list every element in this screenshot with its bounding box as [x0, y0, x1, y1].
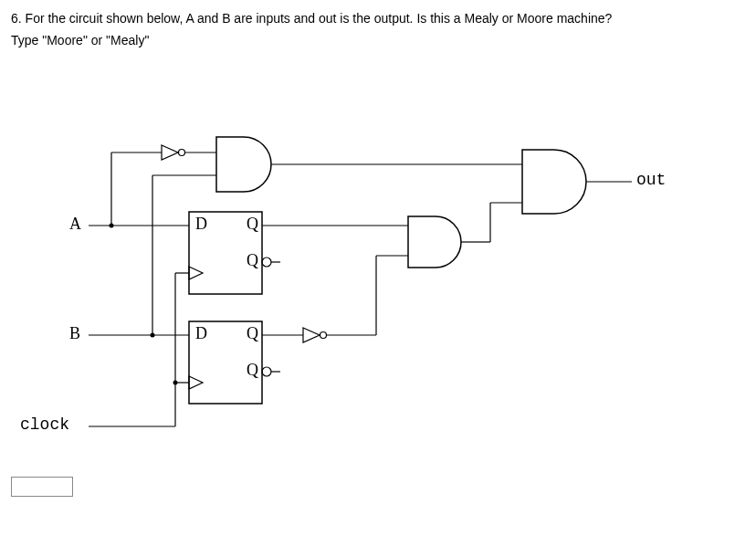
node-clock-branch — [173, 381, 178, 385]
and-gate-out — [522, 150, 586, 214]
not-gate-q2 — [303, 328, 320, 342]
question-body: For the circuit shown below, A and B are… — [26, 11, 613, 26]
label-ff1-q: Q — [247, 215, 258, 234]
question-text: 6. For the circuit shown below, A and B … — [11, 11, 745, 26]
label-input-b: B — [69, 324, 80, 343]
svg-point-7 — [179, 150, 185, 156]
question-number: 6. — [11, 11, 22, 26]
and-gate-mid — [408, 216, 461, 268]
circuit-diagram: A B clock out D Q Q D Q Q — [11, 66, 741, 468]
label-ff2-d: D — [195, 324, 207, 343]
answer-input[interactable] — [11, 477, 73, 497]
label-ff1-qbar: Q — [247, 251, 258, 270]
svg-point-12 — [320, 332, 327, 339]
label-ff2-qbar: Q — [247, 361, 258, 380]
clock-triangle-ff1 — [189, 267, 203, 279]
label-ff1-d: D — [195, 215, 207, 234]
label-input-a: A — [69, 215, 81, 234]
circuit-svg — [11, 66, 741, 449]
not-gate-top — [162, 145, 178, 160]
label-ff2-q: Q — [247, 324, 258, 343]
instruction-text: Type "Moore" or "Mealy" — [11, 33, 745, 47]
qbar-bubble-ff2 — [262, 367, 271, 376]
label-out: out — [636, 171, 666, 189]
answer-input-wrap — [11, 477, 745, 497]
label-clock: clock — [20, 415, 69, 434]
and-gate-top — [216, 137, 271, 192]
clock-triangle-ff2 — [189, 376, 203, 389]
qbar-bubble-ff1 — [262, 257, 271, 267]
